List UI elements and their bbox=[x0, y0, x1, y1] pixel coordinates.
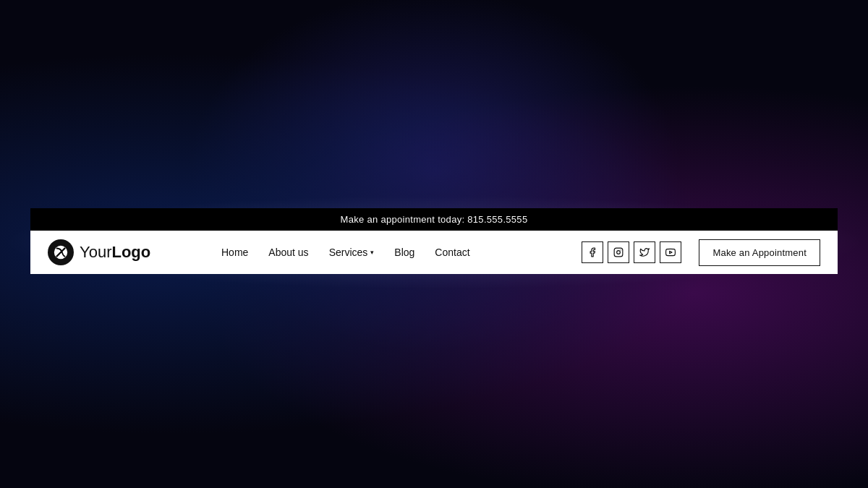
twitter-icon[interactable] bbox=[634, 241, 655, 263]
top-bar: Make an appointment today: 815.555.5555 bbox=[30, 208, 838, 231]
logo-svg bbox=[53, 244, 69, 260]
logo-text: YourLogo bbox=[80, 244, 150, 260]
nav-contact[interactable]: Contact bbox=[435, 247, 469, 258]
svg-marker-4 bbox=[670, 251, 672, 254]
svg-point-2 bbox=[617, 251, 621, 254]
logo-text-normal: Your bbox=[80, 243, 111, 261]
nav-bar: YourLogo Home About us Services ▾ Blog C… bbox=[30, 231, 838, 274]
instagram-icon[interactable] bbox=[608, 241, 629, 263]
youtube-icon[interactable] bbox=[660, 241, 681, 263]
svg-rect-1 bbox=[615, 248, 624, 257]
nav-links: Home About us Services ▾ Blog Contact bbox=[221, 247, 582, 258]
nav-services[interactable]: Services ▾ bbox=[329, 247, 375, 258]
chevron-down-icon: ▾ bbox=[370, 249, 374, 256]
facebook-icon[interactable] bbox=[582, 241, 603, 263]
logo-icon bbox=[48, 239, 74, 265]
top-bar-text: Make an appointment today: 815.555.5555 bbox=[341, 214, 528, 225]
nav-about[interactable]: About us bbox=[268, 247, 308, 258]
header-wrapper: Make an appointment today: 815.555.5555 … bbox=[30, 208, 838, 274]
logo-text-bold: Logo bbox=[111, 243, 150, 261]
svg-point-3 bbox=[621, 249, 621, 250]
nav-blog[interactable]: Blog bbox=[394, 247, 414, 258]
make-appointment-button[interactable]: Make an Appointment bbox=[699, 239, 820, 266]
logo[interactable]: YourLogo bbox=[48, 239, 178, 265]
nav-home[interactable]: Home bbox=[221, 247, 248, 258]
social-icons bbox=[582, 241, 681, 263]
